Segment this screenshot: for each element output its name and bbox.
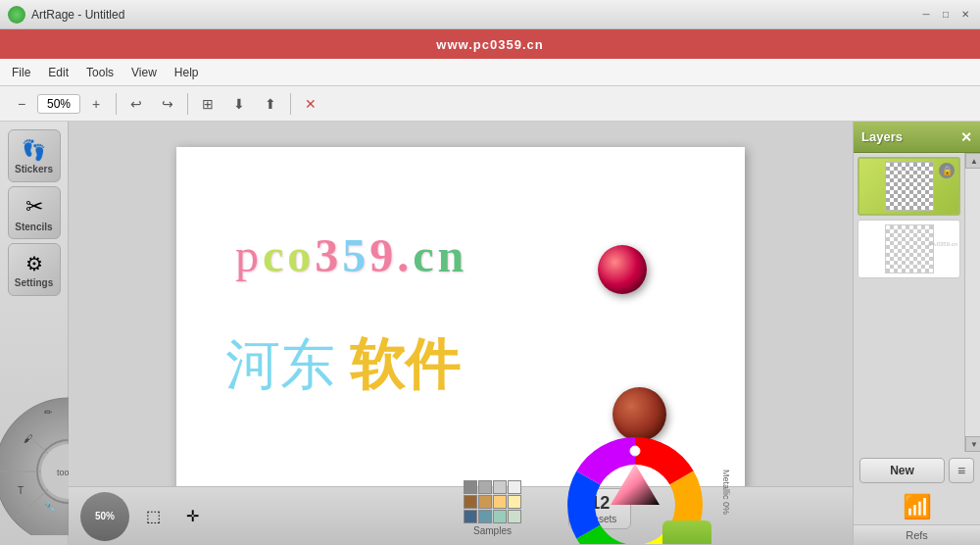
zoom-out-button[interactable]: − [8, 91, 35, 117]
layer-2-thumbnail [885, 224, 934, 273]
stickers-label: Stickers [15, 164, 53, 174]
stencils-label: Stencils [15, 222, 52, 232]
sample-color-cell[interactable] [508, 480, 521, 494]
zoom-control: − 50% + [8, 91, 110, 117]
watermark-banner: www.pc0359.cn [0, 29, 980, 59]
zoom-value-display[interactable]: 50% [37, 94, 80, 114]
layers-close-button[interactable]: ✕ [960, 129, 972, 145]
canvas-area[interactable]: pco359.cn 河东 软件 [69, 122, 853, 545]
zoom-in-button[interactable]: + [82, 91, 110, 117]
samples-grid[interactable] [464, 480, 521, 523]
wifi-icon[interactable]: 📶 [903, 493, 932, 520]
undo-button[interactable]: ↩ [122, 91, 150, 117]
layer-item-2[interactable]: p∿0359.cn [858, 220, 960, 278]
menu-tools[interactable]: Tools [78, 63, 122, 82]
settings-button[interactable]: ⚙ Settings [8, 243, 61, 296]
metallic-label: Metallic 0% [721, 469, 731, 514]
layer-1-lock-icon: 🔒 [939, 163, 955, 178]
stickers-button[interactable]: 👣 Stickers [8, 129, 61, 182]
layer-2-preview-text: p∿0359.cn [928, 240, 957, 247]
svg-text:🔧: 🔧 [44, 501, 57, 514]
stickers-icon: 👣 [22, 138, 46, 162]
settings-label: Settings [15, 277, 53, 288]
layers-title: Layers [861, 129, 903, 144]
sample-color-cell[interactable] [478, 480, 492, 494]
stencils-button[interactable]: ✂ Stencils [8, 186, 61, 239]
sample-color-cell[interactable] [464, 495, 477, 509]
color-picker-handle[interactable] [630, 446, 640, 456]
sample-color-cell[interactable] [508, 510, 521, 523]
titlebar-left: ArtRage - Untitled [8, 6, 124, 24]
menu-view[interactable]: View [123, 63, 165, 82]
color-triangle[interactable] [611, 464, 660, 505]
layers-list-area: 🔒 p∿0359.cn ▲ ▼ [854, 153, 980, 452]
close-button[interactable]: ✕ [958, 8, 972, 22]
color-wheel-area: Metallic 0% [547, 489, 713, 544]
sample-color-cell[interactable] [464, 480, 477, 494]
metallic-slider-nub[interactable] [662, 520, 711, 544]
svg-text:✏: ✏ [44, 407, 53, 418]
samples-area: Samples [464, 480, 521, 536]
canvas-text-2: 河东 软件 [225, 328, 460, 403]
left-sidebar: 👣 Stickers ✂ Stencils ⚙ Settings [0, 122, 69, 545]
layers-menu-button[interactable]: ≡ [949, 458, 974, 483]
toolbar-separator-3 [290, 93, 291, 115]
layers-scroll-down[interactable]: ▼ [965, 436, 980, 452]
canvas-text-1: pco359.cn [235, 225, 467, 283]
layers-list: 🔒 p∿0359.cn [854, 153, 964, 452]
app-logo-icon [8, 6, 25, 24]
maximize-button[interactable]: □ [939, 8, 953, 22]
window-controls[interactable]: ─ □ ✕ [919, 8, 972, 22]
redo-button[interactable]: ↪ [154, 91, 181, 117]
titlebar: ArtRage - Untitled ─ □ ✕ [0, 0, 980, 29]
layers-share-area: 📶 [854, 489, 980, 524]
move-tool-button[interactable]: ✛ [176, 501, 208, 532]
crop-button[interactable]: ⊞ [194, 91, 221, 117]
sample-color-cell[interactable] [493, 510, 507, 523]
settings-icon: ⚙ [25, 252, 43, 275]
menu-edit[interactable]: Edit [40, 63, 76, 82]
refs-tab[interactable]: Refs [854, 524, 980, 545]
menu-help[interactable]: Help [167, 63, 207, 82]
minimize-button[interactable]: ─ [919, 8, 933, 22]
samples-label: Samples [473, 525, 512, 536]
svg-text:🖌: 🖌 [24, 433, 33, 444]
zoom-percentage: 50% [95, 511, 115, 521]
watermark-text: www.pc0359.cn [436, 37, 543, 52]
sample-color-cell[interactable] [464, 510, 477, 523]
layers-scroll-up[interactable]: ▲ [965, 153, 980, 169]
window-title: ArtRage - Untitled [31, 8, 124, 22]
layers-controls: New ≡ [854, 452, 980, 489]
orb-1 [598, 245, 647, 294]
toolbar-separator-1 [116, 93, 117, 115]
menubar: File Edit Tools View Help [0, 59, 980, 86]
layers-panel: Layers ✕ 🔒 p∿0359.cn ▲ ▼ [853, 122, 980, 545]
layer-1-thumbnail [885, 162, 934, 211]
toolbar: − 50% + ↩ ↪ ⊞ ⬇ ⬆ ✕ [0, 86, 980, 122]
svg-text:T: T [18, 485, 24, 496]
canvas-bottom-bar: 50% ⬚ ✛ 12 Presets Samples [69, 486, 853, 545]
sample-color-cell[interactable] [493, 495, 507, 509]
sample-color-cell[interactable] [493, 480, 507, 494]
layer-item-1[interactable]: 🔒 [858, 157, 960, 216]
sample-color-cell[interactable] [508, 495, 521, 509]
layers-scroll-track [965, 169, 980, 436]
select-tool-button[interactable]: ⬚ [137, 501, 169, 532]
import-button[interactable]: ⬇ [225, 91, 253, 117]
layers-new-button[interactable]: New [859, 458, 945, 483]
cancel-button[interactable]: ✕ [297, 91, 324, 117]
zoom-indicator[interactable]: 50% [80, 492, 129, 541]
layers-header: Layers ✕ [854, 122, 980, 153]
sample-color-cell[interactable] [478, 510, 492, 523]
toolbar-separator-2 [187, 93, 188, 115]
layers-scrollbar: ▲ ▼ [964, 153, 980, 452]
sample-color-cell[interactable] [478, 495, 492, 509]
stencils-icon: ✂ [25, 194, 43, 220]
menu-file[interactable]: File [4, 63, 38, 82]
export-button[interactable]: ⬆ [257, 91, 284, 117]
